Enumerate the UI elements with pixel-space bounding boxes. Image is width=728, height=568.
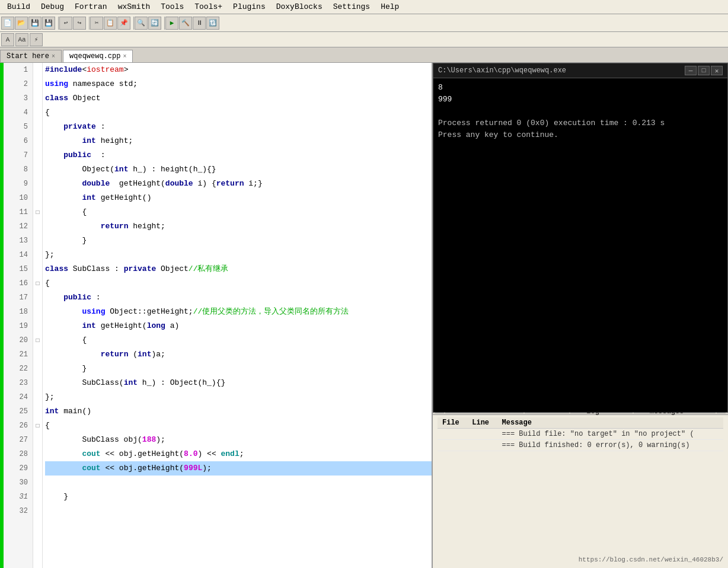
fold-empty8: [33, 177, 42, 191]
terminal-minimize[interactable]: —: [685, 66, 697, 75]
fold-empty25: [33, 476, 42, 490]
tb-open[interactable]: 📂: [15, 17, 28, 30]
sep3: [131, 17, 134, 30]
menu-build[interactable]: Build: [2, 1, 35, 12]
build-row-1-file: [438, 429, 467, 440]
tb-paste[interactable]: 📌: [117, 17, 130, 30]
fold-empty2: [33, 91, 42, 106]
menu-tools[interactable]: Tools: [156, 1, 189, 12]
tb-rebuild[interactable]: 🔃: [206, 17, 219, 30]
tab-start-here-close[interactable]: ×: [52, 53, 55, 60]
fold-16[interactable]: □: [33, 276, 42, 291]
bottom-content: File Line Message === Build file: "no ta…: [433, 415, 728, 454]
tb-copy[interactable]: 📋: [104, 17, 117, 30]
ln-13: 13: [6, 234, 28, 248]
fold-26[interactable]: □: [33, 419, 42, 433]
fold-20[interactable]: □: [33, 333, 42, 347]
code-line-31: }: [45, 490, 432, 504]
sep1: [56, 17, 59, 30]
code-line-32: [45, 504, 432, 518]
tb-save[interactable]: 💾: [28, 17, 41, 30]
code-line-2: using namespace std;: [45, 77, 432, 91]
col-line: Line: [467, 417, 497, 429]
ln-15: 15: [6, 262, 28, 276]
code-line-16: {: [45, 276, 432, 291]
build-row-1-line: [467, 429, 497, 440]
code-area[interactable]: #include<iostream> using namespace std; …: [43, 63, 432, 568]
fold-empty22: [33, 433, 42, 447]
ln-20: 20: [6, 333, 28, 347]
editor-content[interactable]: 1 2 3 4 5 6 7 8 9 10 11 12 13 14 15 16 1…: [0, 63, 432, 568]
tb-replace[interactable]: 🔄: [148, 17, 161, 30]
ln-28: 28: [6, 447, 28, 461]
ln-18: 18: [6, 305, 28, 319]
tb2-btn2[interactable]: Aa: [15, 33, 28, 46]
tb-cut[interactable]: ✂: [90, 17, 103, 30]
fold-empty27: [33, 504, 42, 518]
terminal-close[interactable]: ✕: [711, 66, 723, 75]
code-line-21: return (int)a;: [45, 347, 432, 362]
ln-23: 23: [6, 376, 28, 390]
ln-2: 2: [6, 77, 28, 91]
ln-8: 8: [6, 162, 28, 177]
tab-start-here-label: Start here: [7, 52, 49, 60]
tb2-btn3[interactable]: ⚡: [30, 33, 43, 46]
code-line-27: SubClass obj(188);: [45, 433, 432, 447]
terminal-controls: — □ ✕: [685, 66, 723, 75]
ln-32: 32: [6, 504, 28, 518]
ln-4: 4: [6, 106, 28, 120]
tb-build[interactable]: 🔨: [179, 17, 192, 30]
tab-start-here[interactable]: Start here ×: [0, 50, 62, 62]
menu-wxsmith[interactable]: wxSmith: [113, 1, 155, 12]
code-line-1: #include<iostream>: [45, 63, 432, 77]
tb2-btn1[interactable]: A: [1, 33, 14, 46]
ln-17: 17: [6, 291, 28, 305]
tb-run[interactable]: ▶: [165, 17, 178, 30]
ln-12: 12: [6, 219, 28, 234]
tab-cpp-file[interactable]: wqeqwewq.cpp ×: [63, 50, 133, 62]
tb-new[interactable]: 📄: [1, 17, 14, 30]
code-line-25: int main(): [45, 404, 432, 419]
terminal-titlebar: C:\Users\axin\cpp\wqeqwewq.exe — □ ✕: [433, 63, 727, 78]
build-row-1: === Build file: "no target" in "no proje…: [438, 429, 723, 440]
menu-doxyblocks[interactable]: DoxyBlocks: [272, 1, 327, 12]
terminal-maximize[interactable]: □: [698, 66, 710, 75]
code-line-22: }: [45, 362, 432, 376]
menu-settings[interactable]: Settings: [328, 1, 375, 12]
ln-11: 11: [6, 205, 28, 219]
menu-help[interactable]: Help: [376, 1, 404, 12]
ln-5: 5: [6, 120, 28, 134]
tb-undo[interactable]: ↩: [59, 17, 72, 30]
code-line-30: [45, 476, 432, 490]
toolbar-main: 📄 📂 💾 💾 ↩ ↪ ✂ 📋 📌 🔍 🔄 ▶ 🔨 ⏸ 🔃: [0, 14, 728, 32]
fold-empty26: [33, 490, 42, 504]
ln-9: 9: [6, 177, 28, 191]
build-row-2-msg: === Build finished: 0 error(s), 0 warnin…: [497, 440, 723, 451]
tb-stop[interactable]: ⏸: [193, 17, 206, 30]
code-line-12: return height;: [45, 219, 432, 234]
url-watermark: https://blog.csdn.net/weixin_46028b3/: [579, 556, 723, 563]
fold-empty17: [33, 347, 42, 362]
menu-plugins[interactable]: Plugins: [228, 1, 270, 12]
code-line-17: public :: [45, 291, 432, 305]
tb-redo[interactable]: ↪: [73, 17, 86, 30]
tb-saveall[interactable]: 💾: [42, 17, 55, 30]
line-numbers: 1 2 3 4 5 6 7 8 9 10 11 12 13 14 15 16 1…: [4, 63, 33, 568]
menu-fortran[interactable]: Fortran: [70, 1, 112, 12]
code-line-8: Object(int h_) : height(h_){}: [45, 162, 432, 177]
ln-3: 3: [6, 91, 28, 106]
build-row-1-msg: === Build file: "no target" in "no proje…: [497, 429, 723, 440]
fold-empty15: [33, 305, 42, 319]
fold-4[interactable]: [33, 63, 42, 77]
fold-11[interactable]: □: [33, 205, 42, 219]
ln-26: 26: [6, 419, 28, 433]
tb-find[interactable]: 🔍: [135, 17, 148, 30]
menu-tools-plus[interactable]: Tools+: [190, 1, 227, 12]
ln-7: 7: [6, 148, 28, 162]
terminal-line-5: Press any key to continue.: [438, 129, 723, 141]
terminal-line-2: 999: [438, 94, 723, 106]
menu-debug[interactable]: Debug: [36, 1, 69, 12]
tab-cpp-close[interactable]: ×: [123, 53, 126, 60]
sep4: [162, 17, 165, 30]
fold-empty20: [33, 390, 42, 404]
